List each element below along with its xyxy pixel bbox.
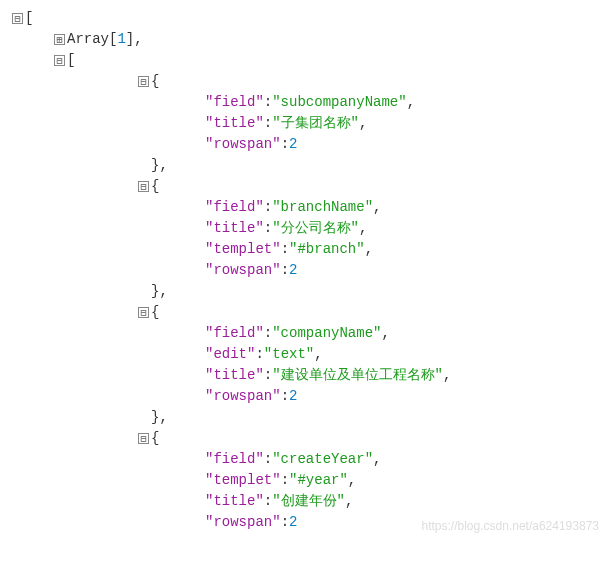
array-summary: ⊞Array[1], [12, 29, 597, 50]
kv-row: "templet":"#year", [12, 470, 597, 491]
json-key: "title" [205, 491, 264, 512]
json-key: "templet" [205, 239, 281, 260]
collapse-icon[interactable]: ⊟ [138, 181, 149, 192]
json-value: 2 [289, 260, 297, 281]
kv-row: "field":"branchName", [12, 197, 597, 218]
kv-row: "field":"subcompanyName", [12, 92, 597, 113]
kv-row: "rowspan":2 [12, 386, 597, 407]
inner-array-open: ⊟[ [12, 50, 597, 71]
json-value: "companyName" [272, 323, 381, 344]
json-value: "#branch" [289, 239, 365, 260]
json-value: "branchName" [272, 197, 373, 218]
json-key: "field" [205, 323, 264, 344]
json-value: "创建年份" [272, 491, 345, 512]
json-value: "建设单位及单位工程名称" [272, 365, 443, 386]
json-value: "subcompanyName" [272, 92, 406, 113]
object-close: }, [12, 155, 597, 176]
kv-row: "title":"分公司名称", [12, 218, 597, 239]
object-open: ⊟{ [12, 428, 597, 449]
json-value: 2 [289, 134, 297, 155]
bracket-open: [ [25, 8, 33, 29]
object-close: }, [12, 407, 597, 428]
kv-row: "title":"创建年份", [12, 491, 597, 512]
json-key: "field" [205, 449, 264, 470]
json-value: 2 [289, 386, 297, 407]
root-open: ⊟[ [12, 8, 597, 29]
json-value: "createYear" [272, 449, 373, 470]
kv-row: "edit":"text", [12, 344, 597, 365]
json-tree-viewer: ⊟[ ⊞Array[1], ⊟[ ⊟{ "field":"subcompanyN… [12, 8, 597, 533]
json-key: "title" [205, 113, 264, 134]
collapse-icon[interactable]: ⊟ [138, 76, 149, 87]
collapse-icon[interactable]: ⊟ [12, 13, 23, 24]
json-key: "field" [205, 197, 264, 218]
kv-row: "rowspan":2 [12, 134, 597, 155]
json-key: "rowspan" [205, 134, 281, 155]
collapse-icon[interactable]: ⊟ [138, 433, 149, 444]
json-value: 2 [289, 512, 297, 533]
json-key: "title" [205, 218, 264, 239]
collapse-icon[interactable]: ⊟ [138, 307, 149, 318]
json-key: "rowspan" [205, 512, 281, 533]
kv-row: "rowspan":2 [12, 260, 597, 281]
json-value: "#year" [289, 470, 348, 491]
kv-row: "field":"createYear", [12, 449, 597, 470]
watermark-text: https://blog.csdn.net/a624193873 [422, 517, 599, 535]
kv-row: "templet":"#branch", [12, 239, 597, 260]
json-key: "rowspan" [205, 386, 281, 407]
array-length: 1 [117, 29, 125, 50]
json-value: "子集团名称" [272, 113, 359, 134]
json-value: "text" [264, 344, 314, 365]
json-key: "title" [205, 365, 264, 386]
json-key: "rowspan" [205, 260, 281, 281]
json-key: "templet" [205, 470, 281, 491]
object-open: ⊟{ [12, 71, 597, 92]
kv-row: "title":"建设单位及单位工程名称", [12, 365, 597, 386]
json-value: "分公司名称" [272, 218, 359, 239]
collapse-icon[interactable]: ⊟ [54, 55, 65, 66]
json-key: "field" [205, 92, 264, 113]
object-open: ⊟{ [12, 302, 597, 323]
kv-row: "title":"子集团名称", [12, 113, 597, 134]
kv-row: "field":"companyName", [12, 323, 597, 344]
expand-icon[interactable]: ⊞ [54, 34, 65, 45]
object-close: }, [12, 281, 597, 302]
json-key: "edit" [205, 344, 255, 365]
array-label: Array [67, 29, 109, 50]
object-open: ⊟{ [12, 176, 597, 197]
